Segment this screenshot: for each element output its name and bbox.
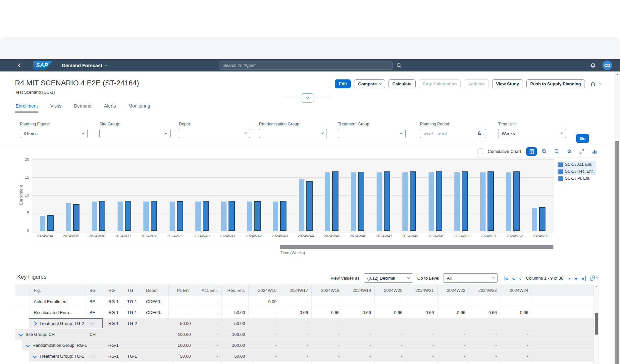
previous-column-button[interactable]: ‹	[519, 276, 521, 281]
edit-button[interactable]: Edit	[335, 79, 351, 88]
table-header-row: Fig.SGRGTGDepotPl. Enr.Act. Enr.Rec. Enr…	[15, 285, 594, 296]
tab-alerts[interactable]: Alerts	[103, 103, 117, 113]
page-vertical-scrollbar[interactable]: ▲	[614, 71, 620, 364]
last-columns-button[interactable]: »	[582, 276, 586, 281]
chart-type-button[interactable]	[589, 147, 600, 156]
app-title-menu[interactable]: Demand Forecast	[62, 63, 107, 68]
column-header-sg[interactable]: SG	[85, 285, 104, 296]
week-value-cell: -	[375, 318, 406, 329]
column-header-tg[interactable]: TG	[123, 285, 142, 296]
column-header-2024w19[interactable]: 2024W19	[343, 285, 375, 296]
cumulative-chart-label: Cumulative Chart	[488, 149, 521, 154]
expand-chevron-icon[interactable]	[32, 321, 37, 326]
week-value-cell: -	[312, 296, 343, 307]
filter-label: Time Unit:	[498, 122, 566, 126]
column-header-rec-enr[interactable]: Rec. Enr.	[222, 285, 249, 296]
header-collapse-button[interactable]	[301, 93, 314, 103]
view-values-select[interactable]: (0.12) Decimal	[364, 273, 413, 283]
column-header-2024w23[interactable]: 2024W23	[469, 285, 500, 296]
tab-visits[interactable]: Visits	[50, 103, 62, 113]
go-button[interactable]: Go	[576, 134, 589, 143]
column-header-2024w18[interactable]: 2024W18	[312, 285, 343, 296]
sap-logo[interactable]: SAP	[33, 61, 53, 70]
column-header-2024w16[interactable]: 2024W16	[249, 285, 280, 296]
calculate-button[interactable]: Calculate	[388, 79, 416, 88]
chevron-down-icon	[400, 131, 402, 134]
chart-scrollbar-thumb[interactable]	[280, 245, 553, 249]
bar-pl-enr	[151, 201, 157, 231]
collapse-chevron-icon[interactable]	[19, 332, 23, 337]
time-unit-select[interactable]: Weeks	[498, 129, 566, 138]
user-avatar[interactable]: CD	[602, 61, 612, 70]
chevron-down-icon[interactable]	[599, 82, 601, 84]
copy-export-button[interactable]	[590, 275, 598, 281]
column-header-depot[interactable]: Depot	[142, 285, 169, 296]
week-value-cell: 0.66	[406, 362, 438, 364]
x-tick-mark	[280, 231, 280, 233]
table-vertical-scrollbar[interactable]: ▲	[594, 285, 599, 364]
group-row[interactable]: Randomization Group: RG-1RG-1100.00-100.…	[15, 340, 594, 351]
back-button[interactable]	[17, 64, 24, 67]
cumulative-chart-checkbox[interactable]	[478, 149, 483, 154]
column-header-pl-enr[interactable]: Pl. Enr.	[169, 285, 194, 296]
treatment-group-select[interactable]	[338, 129, 406, 138]
compare-button[interactable]: Compare	[354, 79, 385, 88]
legend-item-sc-1-rec-enr[interactable]: SC-1 / Rec. Enr.	[557, 168, 596, 175]
collapse-chevron-icon[interactable]	[26, 343, 30, 347]
legend-item-sc-1-pl-enr[interactable]: SC-1 / Pl. Enr.	[557, 175, 596, 182]
tab-enrollment[interactable]: Enrollment	[15, 103, 38, 113]
first-columns-button[interactable]: «	[504, 276, 508, 281]
column-header-2024w20[interactable]: 2024W20	[375, 285, 406, 296]
bar-group-2024w51	[474, 159, 500, 231]
group-row[interactable]: Treatment Group: TG-1CHRG-1TG-150.00-50.…	[15, 351, 594, 362]
share-button[interactable]	[590, 81, 596, 87]
data-row[interactable]: Recalculated Enro...BERG-1TG-1CDE60...--…	[15, 307, 594, 318]
chart-horizontal-scrollbar[interactable]	[35, 245, 553, 249]
column-header-2024w17[interactable]: 2024W17	[280, 285, 312, 296]
bar-pl-enr	[513, 171, 520, 231]
tab-monitoring[interactable]: Monitoring	[128, 103, 151, 113]
previous-page-columns-button[interactable]: «	[512, 276, 515, 281]
legend-item-sc-1-act-enr[interactable]: SC-1 / Act. Enr.	[557, 161, 596, 168]
fullscreen-button[interactable]	[577, 147, 587, 156]
tab-demand[interactable]: Demand	[73, 103, 92, 113]
view-values-value: (0.12) Decimal	[367, 276, 395, 281]
zoom-out-button[interactable]	[551, 147, 562, 156]
column-header-rg[interactable]: RG	[104, 285, 123, 296]
planning-period-date-input[interactable]: week - week	[420, 129, 486, 138]
go-to-level-select[interactable]: All	[443, 273, 498, 283]
group-row[interactable]: Site Group: CHCH100.00-100.00---------	[15, 329, 594, 340]
key-figures-title: Key Figures	[17, 274, 46, 280]
page-scrollbar-thumb[interactable]	[615, 141, 619, 364]
column-header-fig[interactable]: Fig.	[30, 285, 85, 296]
column-header-2024w24[interactable]: 2024W24	[500, 285, 532, 296]
x-tick-label: 2024W43	[267, 231, 293, 238]
column-header-2024w21[interactable]: 2024W21	[406, 285, 438, 296]
view-study-button[interactable]: View Study	[492, 79, 523, 88]
planning-figure-select[interactable]: 3 Items	[20, 129, 88, 138]
push-to-supply-planning-button[interactable]: Push to Supply Planning	[526, 79, 585, 88]
filter-bar: Planning Figure:3 ItemsSite Group:Depot:…	[0, 116, 620, 145]
column-header-act-enr[interactable]: Act. Enr.	[194, 285, 222, 296]
row-filler-cell	[532, 307, 594, 318]
next-page-columns-button[interactable]: »	[574, 276, 577, 281]
group-row[interactable]: Treatment Group: TG-2BERG-1TG-250.00-50.…	[15, 318, 594, 329]
data-row[interactable]: Planned EnrollmentCHRG-1TG-1CDE60...50.0…	[15, 362, 594, 364]
chart-settings-button[interactable]: ⚙	[564, 147, 575, 156]
randomization-group-select[interactable]	[259, 129, 327, 138]
data-row[interactable]: Actual EnrollmentBERG-1TG-1CDE60...---0.…	[15, 296, 594, 307]
sg-cell	[85, 340, 104, 350]
week-value-cell: -	[249, 307, 280, 318]
next-column-button[interactable]: ›	[568, 276, 570, 281]
collapse-chevron-icon[interactable]	[32, 354, 37, 358]
show-table-view-button[interactable]	[526, 147, 537, 156]
depot-select[interactable]	[179, 129, 250, 138]
notifications-button[interactable]	[590, 63, 596, 68]
row-filler-cell	[532, 340, 594, 350]
search-input[interactable]	[220, 62, 392, 69]
zoom-in-button[interactable]	[539, 147, 549, 156]
site-group-select[interactable]	[99, 129, 171, 138]
column-header-2024w22[interactable]: 2024W22	[438, 285, 469, 296]
search-button[interactable]	[396, 63, 402, 68]
table-scrollbar-thumb[interactable]	[595, 313, 598, 335]
